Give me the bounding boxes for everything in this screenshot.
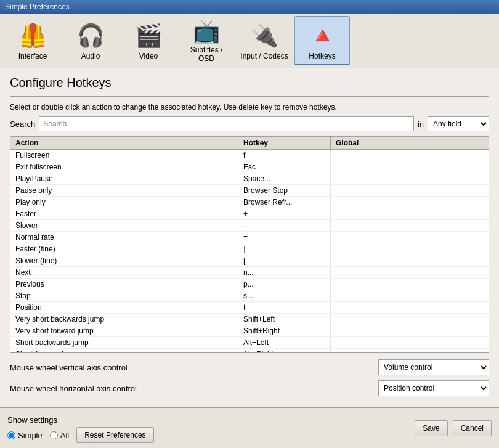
table-row[interactable]: Exit fullscreen Esc — [10, 161, 489, 173]
cell-action: Normal rate — [10, 232, 238, 243]
cell-hotkey: Browser Stop — [238, 185, 331, 196]
table-row[interactable]: Pause only Browser Stop — [10, 185, 489, 197]
table-row[interactable]: Play/Pause Space... — [10, 173, 489, 185]
cell-hotkey: n... — [238, 267, 331, 278]
cell-global — [331, 185, 489, 196]
audio-icon: 🎧 — [76, 21, 105, 51]
cell-global — [331, 279, 489, 290]
table-row[interactable]: Next n... — [10, 267, 489, 279]
cell-action: Play/Pause — [10, 173, 238, 184]
table-row[interactable]: Play only Browser Refr... — [10, 197, 489, 208]
radio-group: Simple All Reset Preferences — [7, 427, 154, 443]
table-row[interactable]: Very short backwards jump Shift+Left — [10, 314, 489, 325]
mouse-vertical-row: Mouse wheel vertical axis control Volume… — [10, 359, 489, 375]
page-title: Configure Hotkeys — [10, 76, 489, 90]
table-row[interactable]: Slower - — [10, 220, 489, 232]
table-row[interactable]: Slower (fine) [ — [10, 255, 489, 267]
cell-global — [331, 255, 489, 266]
cell-global — [331, 314, 489, 325]
cell-global — [331, 267, 489, 278]
search-field-dropdown[interactable]: Any field Action Hotkey — [428, 116, 489, 131]
tab-interface-label: Interface — [18, 52, 47, 60]
window-title: Simple Preferences — [5, 2, 70, 11]
toolbar: 🦺 Interface 🎧 Audio 🎬 Video 📺 Subtitles … — [0, 14, 499, 68]
bottom-right-buttons: Save Cancel — [415, 420, 492, 436]
search-bar: Search in Any field Action Hotkey — [10, 116, 489, 131]
table-row[interactable]: Previous p... — [10, 279, 489, 290]
cell-action: Pause only — [10, 185, 238, 196]
cell-hotkey: Browser Refr... — [238, 197, 331, 208]
cell-action: Next — [10, 267, 238, 278]
cell-action: Slower — [10, 220, 238, 231]
table-row[interactable]: Stop s... — [10, 290, 489, 302]
cell-global — [331, 150, 489, 161]
cell-global — [331, 161, 489, 173]
window-body: 🦺 Interface 🎧 Audio 🎬 Video 📺 Subtitles … — [0, 14, 499, 448]
tab-hotkeys-label: Hotkeys — [309, 52, 335, 60]
tab-video-label: Video — [139, 52, 158, 60]
mouse-vertical-dropdown[interactable]: Volume control Position control No actio… — [378, 359, 489, 375]
radio-all[interactable] — [50, 431, 58, 439]
save-button[interactable]: Save — [415, 420, 447, 436]
table-body[interactable]: Fullscreen f Exit fullscreen Esc Play/Pa… — [10, 150, 489, 352]
mouse-horizontal-row: Mouse wheel horizontal axis control Volu… — [10, 380, 489, 396]
cell-action: Very short backwards jump — [10, 314, 238, 325]
table-row[interactable]: Very short forward jump Shift+Right — [10, 325, 489, 337]
table-row[interactable]: Normal rate = — [10, 232, 489, 243]
search-label: Search — [10, 120, 35, 129]
radio-simple-text: Simple — [18, 431, 43, 440]
reset-button[interactable]: Reset Preferences — [76, 427, 153, 443]
cell-hotkey: Space... — [238, 173, 331, 184]
cell-hotkey: - — [238, 220, 331, 231]
cell-global — [331, 197, 489, 208]
cell-action: Fullscreen — [10, 150, 238, 161]
cell-hotkey: + — [238, 208, 331, 219]
radio-simple[interactable] — [7, 431, 15, 439]
show-settings-label: Show settings — [7, 415, 154, 425]
mouse-horizontal-dropdown[interactable]: Volume control Position control No actio… — [378, 380, 489, 396]
mouse-horizontal-label: Mouse wheel horizontal axis control — [10, 384, 137, 393]
cell-global — [331, 232, 489, 243]
radio-simple-label[interactable]: Simple — [7, 431, 43, 440]
cell-action: Play only — [10, 197, 238, 208]
bottom-bar: Show settings Simple All Reset Preferenc… — [0, 407, 499, 448]
cell-hotkey: = — [238, 232, 331, 243]
table-row[interactable]: Faster + — [10, 208, 489, 220]
cell-hotkey: Alt+Right — [238, 349, 331, 352]
search-input[interactable] — [39, 116, 414, 131]
tab-hotkeys[interactable]: 🔺 Hotkeys — [294, 16, 350, 65]
table-row[interactable]: Position t — [10, 302, 489, 314]
tab-interface[interactable]: 🦺 Interface — [5, 16, 60, 65]
cancel-button[interactable]: Cancel — [453, 420, 492, 436]
mouse-vertical-label: Mouse wheel vertical axis control — [10, 363, 128, 372]
cell-global — [331, 349, 489, 352]
cell-global — [331, 290, 489, 301]
cell-action: Short forward jump — [10, 349, 238, 352]
tab-video[interactable]: 🎬 Video — [121, 16, 176, 65]
cell-action: Exit fullscreen — [10, 161, 238, 173]
radio-all-text: All — [60, 431, 69, 440]
cell-global — [331, 208, 489, 219]
table-row[interactable]: Faster (fine) ] — [10, 243, 489, 255]
tab-subtitles[interactable]: 📺 Subtitles / OSD — [179, 16, 234, 65]
cell-global — [331, 337, 489, 348]
col-header-global: Global — [331, 137, 489, 149]
cell-hotkey: p... — [238, 279, 331, 290]
tab-audio[interactable]: 🎧 Audio — [63, 16, 118, 65]
col-header-hotkey: Hotkey — [238, 137, 331, 149]
input-icon: 🔌 — [250, 21, 279, 51]
subtitles-icon: 📺 — [192, 18, 221, 44]
cell-hotkey: [ — [238, 255, 331, 266]
cell-action: Stop — [10, 290, 238, 301]
table-row[interactable]: Fullscreen f — [10, 150, 489, 161]
cell-action: Slower (fine) — [10, 255, 238, 266]
tab-input[interactable]: 🔌 Input / Codecs — [237, 16, 292, 65]
cell-global — [331, 243, 489, 255]
radio-all-label[interactable]: All — [50, 431, 69, 440]
table-row[interactable]: Short backwards jump Alt+Left — [10, 337, 489, 349]
hotkeys-icon: 🔺 — [307, 21, 337, 51]
cell-hotkey: ] — [238, 243, 331, 255]
table-row[interactable]: Short forward jump Alt+Right — [10, 349, 489, 352]
tab-audio-label: Audio — [81, 52, 100, 60]
hotkeys-table: Action Hotkey Global Fullscreen f Exit f… — [10, 136, 489, 353]
